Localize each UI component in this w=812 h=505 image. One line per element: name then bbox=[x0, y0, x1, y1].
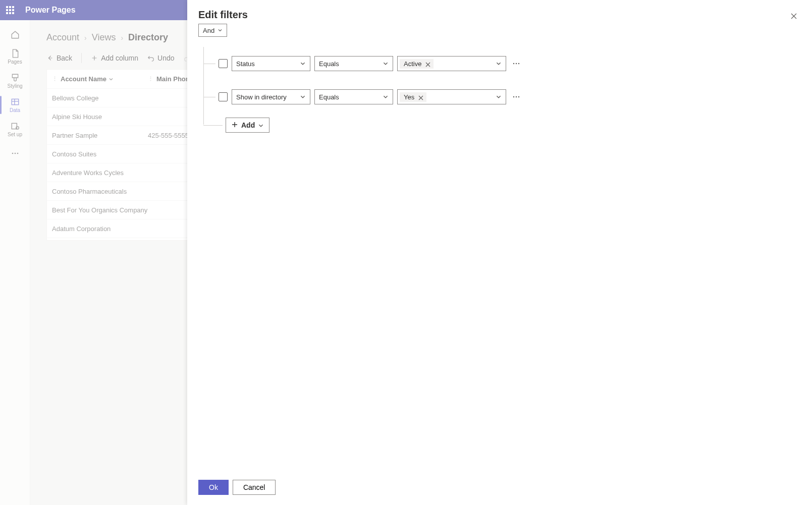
home-icon bbox=[11, 30, 20, 39]
operator-value: Equals bbox=[319, 60, 339, 68]
rail-more[interactable] bbox=[0, 144, 30, 162]
remove-tag-icon[interactable] bbox=[425, 61, 430, 66]
left-rail: Pages Styling Data Set up bbox=[0, 20, 30, 505]
group-operator-label: And bbox=[203, 27, 214, 34]
rail-data-label: Data bbox=[10, 107, 20, 113]
chevron-down-icon bbox=[496, 94, 502, 100]
svg-point-8 bbox=[518, 63, 519, 64]
chevron-right-icon: › bbox=[121, 34, 123, 42]
breadcrumb-current: Directory bbox=[128, 32, 168, 43]
operator-dropdown[interactable]: Equals bbox=[314, 89, 393, 104]
breadcrumb-account[interactable]: Account bbox=[46, 32, 79, 43]
value-dropdown[interactable]: Active bbox=[397, 56, 506, 71]
filter-condition-row: Show in directoryEqualsYes bbox=[204, 80, 801, 114]
rail-pages-label: Pages bbox=[8, 59, 22, 65]
ok-button[interactable]: Ok bbox=[198, 480, 229, 495]
svg-point-9 bbox=[513, 96, 514, 97]
value-tag: Yes bbox=[400, 92, 426, 102]
panel-footer: Ok Cancel bbox=[187, 474, 812, 505]
svg-point-10 bbox=[516, 96, 517, 97]
edit-filters-panel: Edit filters And StatusEqualsActiveShow … bbox=[187, 0, 812, 505]
svg-point-7 bbox=[516, 63, 517, 64]
add-label: Add bbox=[241, 121, 255, 129]
rail-home[interactable] bbox=[0, 26, 30, 44]
add-condition-button[interactable]: Add bbox=[226, 118, 269, 133]
column-header-account-name[interactable]: ⋮ Account Name bbox=[52, 75, 148, 83]
add-column-button[interactable]: Add column bbox=[91, 54, 138, 62]
svg-point-11 bbox=[518, 96, 519, 97]
rail-data[interactable]: Data bbox=[0, 93, 30, 117]
cell-account-name: Contoso Suites bbox=[52, 150, 148, 158]
svg-point-3 bbox=[12, 153, 13, 154]
cell-account-name: Contoso Pharmaceuticals bbox=[52, 188, 148, 195]
panel-header: Edit filters And bbox=[187, 0, 812, 45]
svg-point-6 bbox=[513, 63, 514, 64]
chevron-down-icon bbox=[300, 61, 306, 67]
page-icon bbox=[11, 49, 20, 58]
chevron-down-icon bbox=[383, 94, 389, 100]
back-label: Back bbox=[57, 54, 72, 62]
row-more-button[interactable] bbox=[510, 91, 522, 103]
cell-account-name: Adventure Works Cycles bbox=[52, 169, 148, 177]
group-operator-dropdown[interactable]: And bbox=[198, 24, 227, 37]
chevron-down-icon bbox=[383, 61, 389, 67]
cell-account-name: Bellows College bbox=[52, 94, 148, 102]
add-condition-row: Add bbox=[204, 114, 801, 137]
condition-checkbox[interactable] bbox=[219, 59, 228, 68]
field-dropdown[interactable]: Status bbox=[232, 56, 310, 71]
chevron-right-icon: › bbox=[84, 34, 87, 42]
more-icon bbox=[11, 149, 19, 157]
svg-point-4 bbox=[14, 153, 16, 154]
grip-icon: ⋮ bbox=[52, 76, 58, 82]
cell-account-name: Adatum Corporation bbox=[52, 225, 148, 233]
condition-checkbox[interactable] bbox=[219, 92, 228, 101]
rail-styling[interactable]: Styling bbox=[0, 69, 30, 93]
remove-tag-icon[interactable] bbox=[418, 94, 423, 99]
column-header-label: Account Name bbox=[61, 75, 106, 83]
grip-icon: ⋮ bbox=[148, 76, 153, 82]
rail-setup-label: Set up bbox=[8, 132, 22, 137]
cell-account-name: Alpine Ski House bbox=[52, 113, 148, 121]
operator-dropdown[interactable]: Equals bbox=[314, 56, 393, 71]
add-column-label: Add column bbox=[101, 54, 138, 62]
cancel-button[interactable]: Cancel bbox=[233, 480, 276, 495]
back-button[interactable]: Back bbox=[46, 54, 72, 62]
filter-condition-row: StatusEqualsActive bbox=[204, 47, 801, 80]
svg-rect-0 bbox=[12, 99, 19, 104]
filter-tree: StatusEqualsActiveShow in directoryEqual… bbox=[198, 47, 801, 137]
panel-title: Edit filters bbox=[198, 9, 248, 21]
app-title: Power Pages bbox=[25, 6, 76, 15]
plus-icon bbox=[91, 54, 98, 62]
data-icon bbox=[11, 97, 20, 106]
app-launcher-icon[interactable] bbox=[6, 6, 14, 14]
cell-account-name: Best For You Organics Company bbox=[52, 206, 148, 214]
chevron-down-icon bbox=[496, 61, 502, 67]
close-button[interactable] bbox=[787, 9, 801, 23]
undo-icon bbox=[147, 54, 154, 62]
panel-body: StatusEqualsActiveShow in directoryEqual… bbox=[187, 45, 812, 474]
chevron-down-icon bbox=[300, 94, 306, 100]
field-dropdown[interactable]: Show in directory bbox=[232, 89, 310, 104]
chevron-down-icon bbox=[258, 122, 264, 128]
rail-styling-label: Styling bbox=[7, 83, 22, 89]
brush-icon bbox=[11, 73, 20, 82]
close-icon bbox=[790, 13, 797, 20]
value-tag: Active bbox=[400, 59, 434, 69]
field-value: Show in directory bbox=[236, 93, 287, 101]
rail-pages[interactable]: Pages bbox=[0, 44, 30, 69]
row-more-button[interactable] bbox=[510, 58, 522, 70]
undo-button[interactable]: Undo bbox=[147, 54, 174, 62]
svg-point-5 bbox=[17, 153, 18, 154]
breadcrumb-views[interactable]: Views bbox=[92, 32, 116, 43]
setup-icon bbox=[11, 122, 20, 131]
rail-setup[interactable]: Set up bbox=[0, 117, 30, 141]
plus-icon bbox=[231, 121, 238, 130]
value-dropdown[interactable]: Yes bbox=[397, 89, 506, 104]
operator-value: Equals bbox=[319, 93, 339, 101]
value-text: Yes bbox=[404, 93, 414, 101]
arrow-left-icon bbox=[46, 54, 53, 62]
chevron-down-icon bbox=[218, 28, 223, 33]
value-text: Active bbox=[404, 60, 421, 68]
cell-account-name: Partner Sample bbox=[52, 132, 148, 139]
chevron-down-icon bbox=[109, 77, 114, 82]
